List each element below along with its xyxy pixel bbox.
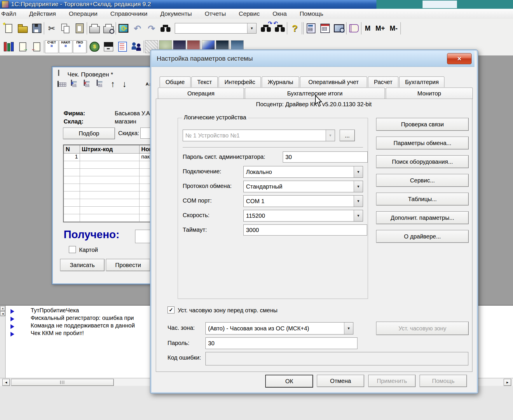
help-button[interactable]: ? bbox=[288, 21, 302, 35]
paste-button[interactable] bbox=[73, 21, 87, 35]
about-driver-button[interactable]: О драйвере... bbox=[376, 230, 469, 243]
pko-button[interactable]: ПКО¤ bbox=[73, 40, 87, 54]
tab-text[interactable]: Текст bbox=[191, 76, 218, 87]
additional-params-button[interactable]: Дополнит. параметры... bbox=[376, 211, 469, 224]
timezone-checkbox[interactable]: ✓ bbox=[167, 306, 175, 313]
password-input[interactable]: 30 bbox=[205, 337, 357, 349]
copy-row-button[interactable]: ▫ bbox=[97, 80, 98, 86]
table-row[interactable]: 1 пакет bbox=[64, 154, 163, 161]
table-row[interactable] bbox=[64, 184, 163, 191]
open-button[interactable] bbox=[16, 21, 30, 35]
users-button[interactable] bbox=[130, 40, 144, 54]
dropdown-arrow-icon[interactable]: ▼ bbox=[354, 181, 363, 192]
copy-button[interactable] bbox=[59, 21, 73, 35]
apply-button[interactable]: Применить bbox=[368, 375, 416, 387]
table-row[interactable] bbox=[64, 214, 163, 222]
menu-reports[interactable]: Отчеты bbox=[205, 10, 226, 17]
timeout-input[interactable]: 3000 bbox=[243, 224, 367, 236]
report-list-button[interactable] bbox=[116, 40, 130, 54]
print-preview-button[interactable] bbox=[102, 21, 116, 35]
tab-journals[interactable]: Журналы bbox=[262, 76, 299, 87]
tab-monitor[interactable]: Монитор bbox=[386, 88, 473, 99]
table-row[interactable] bbox=[64, 199, 163, 207]
calendar-button[interactable] bbox=[318, 21, 332, 35]
nakl-button[interactable]: НАКЛ¤ bbox=[59, 40, 73, 54]
menu-actions[interactable]: Действия bbox=[29, 10, 56, 17]
tab-operational[interactable]: Оперативный учет bbox=[300, 76, 367, 87]
card-checkbox[interactable] bbox=[69, 246, 76, 253]
table-row[interactable] bbox=[64, 207, 163, 214]
podbor-button[interactable]: Подбор bbox=[63, 128, 115, 139]
redo-button[interactable]: ↷ bbox=[144, 21, 158, 35]
timezone-combobox[interactable]: (Авто) - Часовая зона из ОС (МСК+4)▼ bbox=[205, 322, 353, 334]
add-row-button[interactable]: + bbox=[71, 80, 72, 86]
log-message[interactable]: ТутПробитиеЧека bbox=[31, 307, 79, 314]
speed-combobox[interactable]: 115200▼ bbox=[243, 210, 363, 222]
close-panel-button[interactable]: × bbox=[0, 306, 5, 311]
new-document-button[interactable]: * bbox=[2, 21, 16, 35]
dropdown-arrow-icon[interactable]: ▼ bbox=[326, 130, 335, 141]
ok-button[interactable]: ОК bbox=[265, 375, 313, 388]
menu-service[interactable]: Сервис bbox=[239, 10, 260, 17]
cash-drawer-button[interactable] bbox=[102, 40, 116, 54]
calculator-button[interactable] bbox=[304, 21, 318, 35]
move-down-button[interactable]: ↓ bbox=[122, 79, 127, 89]
help-dialog-button[interactable]: Помощь bbox=[420, 375, 467, 387]
device-ellipsis-button[interactable]: ... bbox=[340, 130, 355, 141]
save-record-button[interactable]: Записать bbox=[60, 259, 104, 271]
menu-references[interactable]: Справочники bbox=[110, 10, 147, 17]
protocol-combobox[interactable]: Стандартный▼ bbox=[243, 181, 363, 192]
dropdown-arrow-icon[interactable]: ▼ bbox=[344, 323, 353, 334]
tab-common[interactable]: Общие bbox=[160, 76, 191, 87]
document-out-button[interactable]: ← bbox=[30, 40, 44, 54]
items-table[interactable]: N Штрих-код Номе 1 пакет bbox=[63, 144, 163, 222]
post-button[interactable]: Провести bbox=[106, 259, 150, 271]
log-message[interactable]: Чек ККМ не пробит! bbox=[31, 330, 84, 337]
memory-minus-button[interactable]: M- bbox=[387, 21, 400, 35]
dialog-close-button[interactable]: × bbox=[447, 53, 472, 64]
table-row[interactable] bbox=[64, 161, 163, 169]
service-button[interactable]: Сервис... bbox=[376, 174, 469, 187]
save-button[interactable] bbox=[30, 21, 44, 35]
exchange-params-button[interactable]: Параметры обмена... bbox=[376, 137, 469, 149]
table-monitor-button[interactable] bbox=[332, 21, 346, 35]
description-button[interactable] bbox=[347, 21, 361, 35]
search-equipment-button[interactable]: Поиск оборудования... bbox=[376, 155, 469, 168]
com-port-combobox[interactable]: COM 1▼ bbox=[243, 195, 363, 207]
find-button[interactable] bbox=[158, 21, 172, 35]
tab-operation[interactable]: Операция bbox=[158, 88, 244, 99]
settings-dialog[interactable]: Настройка параметров системы × Общие Тек… bbox=[150, 50, 478, 393]
search-value[interactable] bbox=[175, 23, 247, 33]
table-row[interactable] bbox=[64, 169, 163, 176]
dropdown-arrow-icon[interactable]: ▼ bbox=[354, 196, 363, 207]
cut-button[interactable]: ✂ bbox=[45, 21, 59, 35]
memory-plus-button[interactable]: M+ bbox=[374, 21, 387, 35]
device-combobox[interactable]: № 1 Устройство №1 ▼ bbox=[183, 130, 335, 141]
journals-button[interactable] bbox=[2, 40, 16, 54]
scroll-right-arrow[interactable]: ► bbox=[504, 379, 511, 386]
log-message[interactable]: Фискальный регистратор: ошибка при bbox=[31, 315, 134, 321]
money-button[interactable]: $ bbox=[88, 40, 102, 54]
dropdown-arrow-icon[interactable]: ▼ bbox=[247, 23, 256, 33]
menu-operations[interactable]: Операции bbox=[69, 10, 97, 17]
scroll-left-icon[interactable]: ◄ bbox=[0, 311, 5, 316]
admin-password-input[interactable]: 30 bbox=[283, 151, 368, 163]
connection-combobox[interactable]: Локально▼ bbox=[243, 166, 363, 178]
log-message[interactable]: Команда не поддерживается в данной bbox=[31, 322, 135, 329]
memory-button[interactable]: M bbox=[362, 21, 374, 35]
undo-button[interactable]: ↶ bbox=[130, 21, 144, 35]
scroll-left-arrow[interactable]: ◄ bbox=[2, 379, 10, 386]
table-row[interactable] bbox=[64, 176, 163, 184]
table-row[interactable] bbox=[64, 191, 163, 199]
move-up-button[interactable]: ↑ bbox=[111, 79, 115, 89]
tab-accounting[interactable]: Бухгалтерия bbox=[399, 76, 445, 87]
print-button[interactable] bbox=[88, 21, 102, 35]
menu-file[interactable]: Файл bbox=[1, 10, 16, 17]
keyboard-button[interactable] bbox=[57, 81, 59, 87]
find-next-button[interactable]: ↷ bbox=[259, 21, 273, 35]
cancel-button[interactable]: Отмена bbox=[317, 375, 364, 387]
menu-help[interactable]: Помощь bbox=[300, 10, 323, 17]
user-monitor-button[interactable] bbox=[116, 21, 130, 35]
tables-button[interactable]: Таблицы... bbox=[376, 193, 469, 205]
dropdown-arrow-icon[interactable]: ▼ bbox=[354, 166, 363, 177]
